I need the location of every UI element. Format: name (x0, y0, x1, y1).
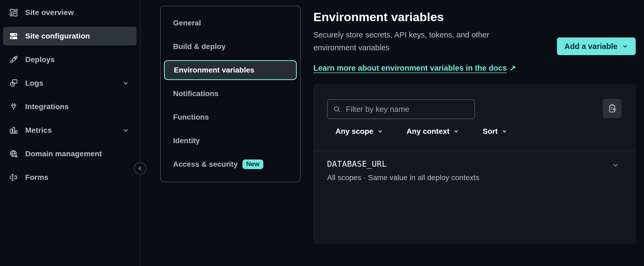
sidebar-item-site-overview[interactable]: Site overview (3, 3, 137, 22)
chevron-down-icon[interactable] (122, 80, 129, 87)
page-description: Securely store secrets, API keys, tokens… (313, 28, 512, 54)
env-filters-row: Any scope Any context Sort (327, 127, 622, 136)
add-variable-button[interactable]: Add a variable (557, 37, 636, 55)
sidebar-item-label: Site configuration (25, 32, 90, 40)
config-nav-build-deploy[interactable]: Build & deploy (164, 37, 297, 56)
filter-any-context-label: Any context (407, 127, 450, 136)
env-variable-key: DATABASE_URL (327, 159, 622, 169)
config-nav-functions[interactable]: Functions (164, 107, 297, 127)
main-header: Environment variables Securely store sec… (313, 10, 636, 74)
sidebar-item-label: Site overview (25, 8, 74, 17)
docs-link-text: Learn more about environment variables i… (313, 64, 507, 72)
new-badge: New (242, 159, 263, 169)
chevron-down-icon[interactable] (612, 161, 619, 169)
chevron-down-icon (377, 128, 383, 134)
add-variable-button-label: Add a variable (564, 42, 617, 51)
sidebar-item-site-configuration[interactable]: Site configuration (3, 27, 137, 45)
import-env-icon (607, 104, 617, 113)
sidebar-item-label: Forms (25, 173, 48, 182)
config-nav-column: General Build & deploy Environment varia… (160, 0, 301, 266)
sidebar-item-label: Integrations (25, 102, 69, 111)
docs-link[interactable]: Learn more about environment variables i… (313, 62, 516, 74)
sidebar-item-integrations[interactable]: Integrations (3, 97, 137, 116)
rocket-icon (9, 55, 18, 64)
sidebar-item-forms[interactable]: Forms (3, 168, 137, 187)
import-env-button[interactable] (603, 99, 621, 118)
bar-chart-icon (9, 126, 18, 135)
chevron-down-icon (501, 128, 507, 134)
sidebar-item-label: Domain management (25, 150, 102, 158)
site-sidebar: Site overview Site configuration (0, 0, 140, 266)
chevron-down-icon (622, 43, 628, 50)
filter-any-scope[interactable]: Any scope (335, 127, 383, 136)
dashboard-icon (9, 8, 18, 17)
config-nav-card: General Build & deploy Environment varia… (160, 6, 301, 182)
config-nav-notifications[interactable]: Notifications (164, 84, 297, 104)
sidebar-item-domain-management[interactable]: Domain management (3, 145, 137, 163)
config-nav-access-security[interactable]: Access & security New (164, 154, 297, 174)
env-panel-toolbar: Any scope Any context Sort (314, 84, 635, 136)
sidebar-item-label: Deploys (25, 55, 55, 64)
config-nav-access-security-label: Access & security (173, 160, 238, 169)
sidebar-collapse-button[interactable] (134, 162, 146, 174)
sidebar-item-metrics[interactable]: Metrics (3, 121, 137, 140)
chevron-down-icon (453, 128, 459, 134)
filter-sort-label: Sort (483, 127, 498, 136)
filter-key-search[interactable] (327, 99, 475, 119)
main-content: Environment variables Securely store sec… (301, 0, 644, 266)
filter-key-input[interactable] (345, 105, 469, 114)
server-stack-icon (9, 32, 18, 41)
search-icon (333, 105, 341, 113)
sidebar-item-label: Logs (25, 79, 43, 88)
sidebar-item-label: Metrics (25, 126, 52, 135)
env-variables-panel: Any scope Any context Sort (313, 84, 636, 244)
env-variable-meta: All scopes · Same value in all deploy co… (327, 173, 622, 182)
chevron-left-icon (137, 165, 143, 172)
form-field-icon (9, 173, 18, 182)
config-nav-environment-variables[interactable]: Environment variables (164, 60, 297, 80)
sidebar-item-deploys[interactable]: Deploys (3, 50, 137, 69)
filter-sort[interactable]: Sort (483, 127, 507, 136)
sidebar-item-logs[interactable]: Logs (3, 74, 137, 93)
app-root: Site overview Site configuration (0, 0, 644, 266)
plug-icon (9, 102, 18, 111)
filter-any-scope-label: Any scope (335, 127, 373, 136)
header-text-block: Environment variables Securely store sec… (313, 10, 516, 74)
filter-any-context[interactable]: Any context (407, 127, 459, 136)
globe-icon (9, 149, 18, 158)
page-title: Environment variables (313, 10, 516, 24)
logs-clock-icon (9, 79, 18, 88)
config-nav-general[interactable]: General (164, 13, 297, 33)
chevron-down-icon[interactable] (122, 127, 129, 134)
config-nav-identity[interactable]: Identity (164, 131, 297, 151)
env-variable-row[interactable]: DATABASE_URL All scopes · Same value in … (314, 151, 635, 182)
external-link-arrow-icon: ↗ (510, 62, 516, 74)
